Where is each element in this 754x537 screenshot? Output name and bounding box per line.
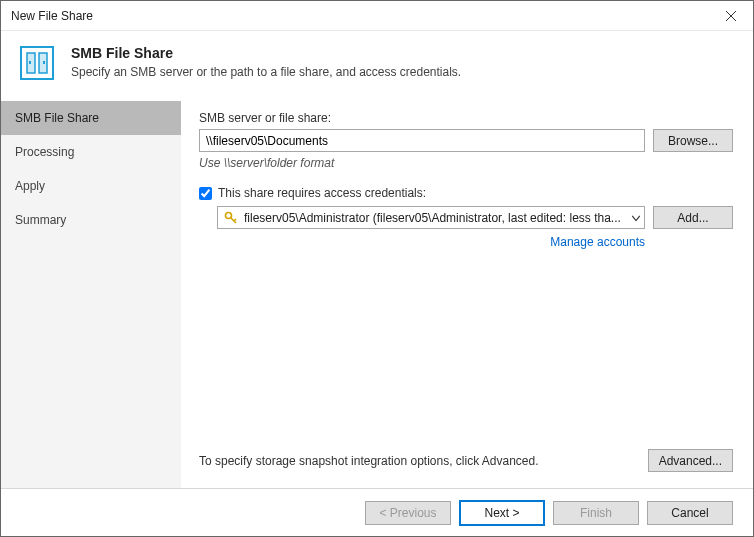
format-hint: Use \\server\folder format — [199, 156, 733, 170]
wizard-body: SMB File Share Processing Apply Summary … — [1, 101, 753, 488]
wizard-header: SMB File Share Specify an SMB server or … — [1, 31, 753, 101]
svg-rect-2 — [21, 47, 53, 79]
page-subtitle: Specify an SMB server or the path to a f… — [71, 65, 461, 79]
snapshot-row: To specify storage snapshot integration … — [199, 449, 733, 488]
wizard-content: SMB server or file share: Browse... Use … — [181, 101, 753, 488]
sidebar-item-label: Summary — [15, 213, 66, 227]
server-input[interactable] — [199, 129, 645, 152]
sidebar-item-label: SMB File Share — [15, 111, 99, 125]
share-icon — [17, 43, 57, 83]
sidebar-item-label: Apply — [15, 179, 45, 193]
window-title: New File Share — [11, 9, 93, 23]
credentials-select[interactable]: fileserv05\Administrator (fileserv05\Adm… — [217, 206, 645, 229]
cancel-button[interactable]: Cancel — [647, 501, 733, 525]
sidebar-item-smb-file-share[interactable]: SMB File Share — [1, 101, 181, 135]
page-title: SMB File Share — [71, 45, 461, 61]
manage-accounts-link[interactable]: Manage accounts — [550, 235, 645, 249]
wizard-footer: < Previous Next > Finish Cancel — [1, 488, 753, 536]
svg-line-9 — [234, 219, 236, 221]
manage-accounts-row: Manage accounts — [199, 235, 733, 249]
credentials-checkbox-label: This share requires access credentials: — [218, 186, 426, 200]
close-button[interactable] — [708, 1, 753, 31]
snapshot-hint: To specify storage snapshot integration … — [199, 454, 638, 468]
dialog-window: New File Share SMB File Share Specify an… — [0, 0, 754, 537]
credentials-checkbox-row: This share requires access credentials: — [199, 186, 733, 200]
sidebar-item-processing[interactable]: Processing — [1, 135, 181, 169]
next-button[interactable]: Next > — [459, 500, 545, 526]
server-label: SMB server or file share: — [199, 111, 733, 125]
credentials-checkbox[interactable] — [199, 187, 212, 200]
key-icon — [224, 211, 238, 225]
advanced-button[interactable]: Advanced... — [648, 449, 733, 472]
sidebar-item-apply[interactable]: Apply — [1, 169, 181, 203]
header-text-block: SMB File Share Specify an SMB server or … — [71, 43, 461, 79]
sidebar-item-summary[interactable]: Summary — [1, 203, 181, 237]
server-row: Browse... — [199, 129, 733, 152]
svg-rect-6 — [43, 61, 45, 64]
chevron-down-icon — [632, 212, 640, 223]
credentials-select-text: fileserv05\Administrator (fileserv05\Adm… — [244, 211, 622, 225]
add-credentials-button[interactable]: Add... — [653, 206, 733, 229]
sidebar-item-label: Processing — [15, 145, 74, 159]
wizard-sidebar: SMB File Share Processing Apply Summary — [1, 101, 181, 488]
previous-button: < Previous — [365, 501, 451, 525]
browse-button[interactable]: Browse... — [653, 129, 733, 152]
titlebar: New File Share — [1, 1, 753, 31]
credentials-row: fileserv05\Administrator (fileserv05\Adm… — [199, 206, 733, 229]
svg-rect-5 — [29, 61, 31, 64]
close-icon — [726, 11, 736, 21]
finish-button: Finish — [553, 501, 639, 525]
